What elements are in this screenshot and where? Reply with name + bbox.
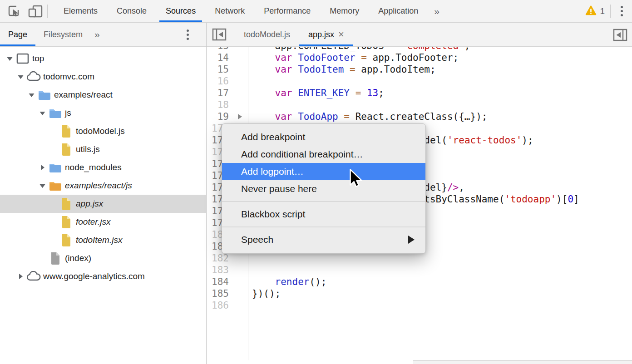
line-number[interactable]: 183 — [207, 264, 248, 276]
fold-collapsed-icon[interactable] — [238, 114, 242, 119]
code-text[interactable]: var ENTER_KEY = 13; — [248, 87, 384, 99]
navigator-tab-filesystem[interactable]: Filesystem — [35, 23, 91, 46]
editor-tab-todomodel-js[interactable]: todoModel.js — [235, 23, 299, 46]
file-tree: toptodomvc.comexamples/reactjstodoModel.… — [0, 47, 206, 285]
code-line[interactable]: 15 var TodoItem = app.TodoItem; — [207, 64, 632, 75]
code-text[interactable]: app.COMPLETED_TODOS = 'completed'; — [248, 47, 470, 52]
tab-console[interactable]: Console — [107, 0, 156, 22]
code-line[interactable]: 184 render(); — [207, 276, 632, 288]
code-text[interactable]: render(); — [248, 276, 326, 288]
tree-item-node-modules[interactable]: node_modules — [0, 158, 206, 177]
tree-item-footer-jsx[interactable]: footer.jsx — [0, 213, 206, 231]
tree-item-js[interactable]: js — [0, 104, 206, 122]
line-number[interactable]: 15 — [207, 64, 248, 75]
menu-item-blackbox-script[interactable]: Blackbox script — [222, 206, 425, 223]
show-debugger-panel-icon[interactable] — [612, 27, 628, 43]
tree-expanded-arrow-icon[interactable] — [37, 110, 47, 116]
code-text[interactable] — [248, 264, 252, 276]
navigator-more-tabs-chevron[interactable]: » — [91, 29, 104, 40]
context-menu: Add breakpointAdd conditional breakpoint… — [222, 123, 426, 254]
code-line[interactable]: 19 var TodoApp = React.createClass({…}); — [207, 111, 632, 123]
code-line[interactable]: 14 var TodoFooter = app.TodoFooter; — [207, 52, 632, 64]
line-number[interactable]: 184 — [207, 276, 248, 288]
line-number[interactable]: 186 — [207, 300, 248, 311]
tree-item-todomodel-js[interactable]: todoModel.js — [0, 122, 206, 140]
code-text[interactable]: var TodoItem = app.TodoItem; — [248, 64, 436, 75]
warnings-badge[interactable]: 1 — [585, 5, 605, 18]
code-line[interactable]: 18 — [207, 99, 632, 111]
line-number[interactable]: 19 — [207, 111, 248, 123]
line-number[interactable]: 185 — [207, 288, 248, 300]
code-line[interactable]: 13 app.COMPLETED_TODOS = 'completed'; — [207, 47, 632, 52]
hide-navigator-icon[interactable] — [211, 27, 227, 42]
tree-item-label: footer.jsx — [76, 217, 110, 227]
code-text[interactable] — [248, 300, 252, 311]
tree-expanded-arrow-icon[interactable] — [5, 55, 15, 62]
navigator-menu-icon[interactable] — [182, 27, 193, 43]
code-line[interactable]: 183 — [207, 264, 632, 276]
menu-item-never-pause-here[interactable]: Never pause here — [222, 180, 425, 197]
menu-item-label: Blackbox script — [241, 209, 305, 220]
device-toolbar-icon[interactable] — [27, 4, 44, 19]
line-number[interactable]: 14 — [207, 52, 248, 64]
code-text[interactable] — [248, 75, 252, 87]
tree-item-examples-react-js[interactable]: examples/react/js — [0, 177, 206, 195]
editor-tab-label: app.jsx — [308, 30, 334, 39]
warning-count: 1 — [600, 6, 605, 16]
tree-item-utils-js[interactable]: utils.js — [0, 140, 206, 158]
tab-memory[interactable]: Memory — [320, 0, 369, 22]
tree-item-top[interactable]: top — [0, 49, 206, 68]
tree-item-label: examples/react/js — [65, 181, 132, 191]
line-number[interactable]: 17 — [207, 87, 248, 99]
tree-expanded-arrow-icon[interactable] — [15, 74, 25, 80]
code-line[interactable]: 185})(); — [207, 288, 632, 300]
tree-expanded-arrow-icon[interactable] — [26, 92, 36, 98]
tree-collapsed-arrow-icon[interactable] — [15, 273, 25, 280]
tab-network[interactable]: Network — [205, 0, 254, 22]
more-tabs-chevron[interactable]: » — [428, 6, 446, 17]
code-line[interactable]: 16 — [207, 75, 632, 87]
line-number[interactable]: 18 — [207, 99, 248, 111]
menu-separator — [222, 201, 425, 202]
menu-item-add-conditional-breakpoint[interactable]: Add conditional breakpoint… — [222, 146, 425, 163]
editor-tab-app-jsx[interactable]: app.jsx× — [299, 23, 353, 46]
line-number[interactable]: 182 — [207, 252, 248, 264]
tree-expanded-arrow-icon[interactable] — [37, 182, 47, 189]
tree-item-index[interactable]: (index) — [0, 249, 206, 267]
close-tab-icon[interactable]: × — [338, 30, 344, 39]
code-text[interactable] — [248, 99, 252, 111]
tab-performance[interactable]: Performance — [254, 0, 320, 22]
code-text[interactable]: var TodoApp = React.createClass({…}); — [248, 111, 487, 123]
tree-item-www-google-analytics-com[interactable]: www.google-analytics.com — [0, 267, 206, 285]
code-text[interactable]: var TodoFooter = app.TodoFooter; — [248, 52, 459, 64]
navigator-tab-page[interactable]: Page — [0, 23, 35, 46]
code-line[interactable]: 17 var ENTER_KEY = 13; — [207, 87, 632, 99]
code-text[interactable] — [248, 252, 252, 264]
customize-menu-icon[interactable] — [616, 3, 627, 19]
tree-item-app-jsx[interactable]: app.jsx — [0, 195, 206, 213]
menu-item-speech[interactable]: Speech — [222, 231, 425, 248]
editor-tab-label: todoModel.js — [244, 30, 290, 39]
mouse-cursor — [348, 168, 363, 192]
editor-status-strip — [413, 360, 632, 364]
tree-item-label: www.google-analytics.com — [43, 271, 145, 281]
tab-sources[interactable]: Sources — [156, 0, 205, 22]
menu-item-add-logpoint[interactable]: Add logpoint… — [222, 163, 425, 180]
code-line[interactable]: 182 — [207, 252, 632, 264]
line-number[interactable]: 16 — [207, 75, 248, 87]
line-number[interactable]: 13 — [207, 47, 248, 52]
inspect-element-icon[interactable] — [5, 4, 22, 19]
tree-collapsed-arrow-icon[interactable] — [37, 164, 47, 171]
tree-item-todoitem-jsx[interactable]: todoItem.jsx — [0, 231, 206, 249]
code-line[interactable]: 186 — [207, 300, 632, 311]
menu-item-add-breakpoint[interactable]: Add breakpoint — [222, 128, 425, 146]
tree-item-todomvc-com[interactable]: todomvc.com — [0, 68, 206, 86]
code-text[interactable]: })(); — [248, 288, 281, 300]
tree-item-label: (index) — [65, 253, 91, 263]
tree-item-examples-react[interactable]: examples/react — [0, 86, 206, 104]
tree-item-label: node_modules — [65, 162, 122, 172]
tab-elements[interactable]: Elements — [54, 0, 107, 22]
tab-application[interactable]: Application — [369, 0, 428, 22]
file-gray-icon — [47, 252, 64, 265]
navigator-sidebar: PageFilesystem » toptodomvc.comexamples/… — [0, 23, 207, 364]
